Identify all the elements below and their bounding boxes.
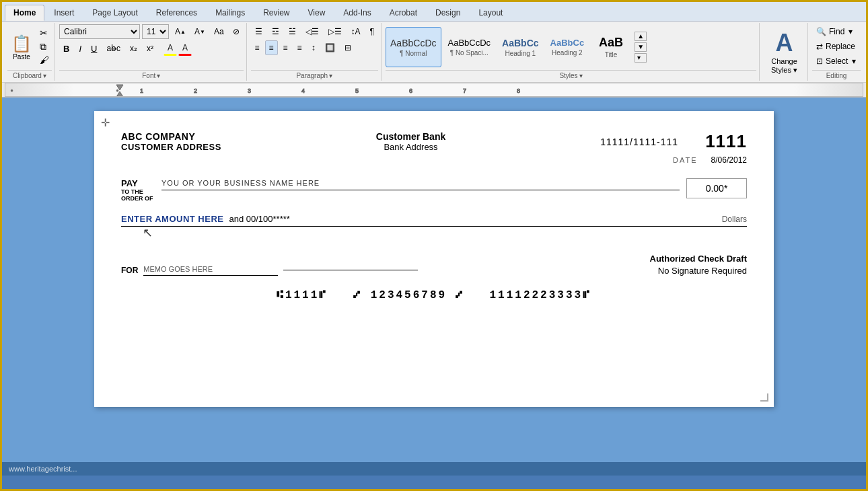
change-case-button[interactable]: Aa	[210, 24, 228, 39]
copy-button[interactable]: ⧉	[37, 40, 52, 52]
sort-button[interactable]: ↕A	[347, 24, 365, 39]
tab-references[interactable]: References	[147, 5, 206, 21]
subscript-button[interactable]: x₂	[126, 41, 141, 56]
font-size-select[interactable]: 11 10 12 14	[142, 24, 169, 39]
tab-layout[interactable]: Layout	[470, 5, 511, 21]
svg-text:5: 5	[355, 87, 359, 94]
align-right-button[interactable]: ≡	[279, 40, 292, 55]
amount-box[interactable]: 0.00*	[686, 178, 747, 198]
signature-area: FOR MEMO GOES HERE Authorized Check Draf…	[121, 254, 747, 276]
align-center-button[interactable]: ≡	[265, 40, 278, 55]
strikethrough-button[interactable]: ab̶c	[102, 41, 124, 56]
svg-text:2: 2	[194, 87, 197, 94]
show-marks-button[interactable]: ¶	[366, 24, 378, 39]
move-handle[interactable]: ✛	[101, 116, 110, 129]
paragraph-group: ☰ ☲ ☱ ◁☰ ▷☰ ↕A ¶ ≡ ≡ ≡ ≡ ↕ 🔲 ⊟ Paragraph…	[248, 23, 382, 81]
tab-review[interactable]: Review	[254, 5, 298, 21]
bullets-button[interactable]: ☰	[251, 24, 266, 39]
ruler-inner: • • 1 2 3 4 5 6 7 8	[5, 83, 863, 97]
align-left-button[interactable]: ≡	[251, 40, 264, 55]
cut-button[interactable]: ✂	[37, 27, 52, 39]
date-value: 8/06/2012	[711, 155, 747, 165]
tab-mailings[interactable]: Mailings	[207, 5, 254, 21]
multilevel-button[interactable]: ☱	[285, 24, 300, 39]
website-text: www.heritagechrist...	[9, 465, 77, 473]
font-shrink-button[interactable]: A▼	[190, 24, 209, 39]
line-spacing-button[interactable]: ↕	[308, 40, 320, 55]
sig-line-extra	[283, 270, 418, 270]
amount-words[interactable]: ENTER AMOUNT HERE	[121, 214, 223, 224]
memo-label: FOR	[121, 266, 138, 275]
paste-label: Paste	[13, 53, 30, 61]
paste-icon: 📋	[11, 34, 32, 53]
clear-format-button[interactable]: ⊘	[229, 24, 244, 39]
svg-text:8: 8	[517, 87, 520, 94]
svg-text:3: 3	[248, 87, 251, 94]
pay-section: PAY TO THE ORDER OF YOU OR YOUR BUSINESS…	[121, 178, 747, 202]
resize-handle[interactable]	[760, 393, 768, 402]
check-header: ABC COMPANY CUSTOMER ADDRESS Customer Ba…	[121, 131, 747, 165]
company-block: ABC COMPANY CUSTOMER ADDRESS	[121, 131, 221, 165]
style-heading2-button[interactable]: AaBbCc Heading 2	[546, 27, 589, 67]
styles-group: AaBbCcDc ¶ Normal AaBbCcDc ¶ No Spaci...…	[383, 23, 760, 81]
svg-text:7: 7	[463, 87, 466, 94]
find-icon: 🔍	[816, 27, 826, 36]
paste-button[interactable]: 📋 Paste	[7, 24, 36, 70]
styles-group-label: Styles ▾	[386, 70, 756, 79]
bold-button[interactable]: B	[59, 41, 73, 56]
underline-button[interactable]: U	[87, 41, 101, 56]
tab-page-layout[interactable]: Page Layout	[83, 5, 146, 21]
check-number-section: 11111/1111-111 1111 DATE 8/06/2012	[600, 131, 747, 165]
amount-value: 0.00*	[706, 183, 728, 194]
clipboard-group: 📋 Paste ✂ ⧉ 🖌 Clipboard ▾	[5, 23, 55, 81]
format-painter-button[interactable]: 🖌	[37, 54, 52, 66]
styles-scroll[interactable]: ▲ ▼ ▾	[633, 30, 648, 64]
font-color-button[interactable]: A	[178, 41, 192, 56]
main-area: ✛ ABC COMPANY CUSTOMER ADDRESS Customer …	[2, 98, 866, 462]
style-heading1-button[interactable]: AaBbCc Heading 1	[497, 27, 543, 67]
order-of-text: ORDER OF	[121, 195, 155, 202]
memo-row: FOR MEMO GOES HERE	[121, 264, 418, 276]
tab-acrobat[interactable]: Acrobat	[381, 5, 426, 21]
ribbon-content: 📋 Paste ✂ ⧉ 🖌 Clipboard ▾ Calibri Arial	[2, 22, 866, 82]
find-button[interactable]: 🔍 Find ▾	[812, 24, 861, 39]
styles-scroll-down[interactable]: ▼	[635, 42, 647, 52]
font-grow-button[interactable]: A▲	[171, 24, 190, 39]
payee-line[interactable]: YOU OR YOUR BUSINESS NAME HERE	[161, 178, 680, 190]
shading-button[interactable]: 🔲	[321, 40, 339, 55]
payee-name: YOU OR YOUR BUSINESS NAME HERE	[161, 179, 320, 187]
tab-view[interactable]: View	[299, 5, 334, 21]
tab-addins[interactable]: Add-Ins	[334, 5, 379, 21]
numbering-button[interactable]: ☲	[268, 24, 283, 39]
svg-text:6: 6	[409, 87, 412, 94]
text-highlight-button[interactable]: A	[164, 41, 177, 56]
tab-home[interactable]: Home	[5, 5, 44, 21]
svg-text:•: •	[116, 87, 118, 94]
style-no-spacing-button[interactable]: AaBbCcDc ¶ No Spaci...	[443, 27, 496, 67]
amount-fraction: and 00/100*****	[229, 214, 289, 224]
memo-field[interactable]: MEMO GOES HERE	[143, 264, 278, 276]
font-family-select[interactable]: Calibri Arial Times New Roman	[59, 24, 140, 39]
tab-design[interactable]: Design	[427, 5, 469, 21]
font-group-label: Font ▾	[59, 70, 244, 79]
styles-more[interactable]: ▾	[635, 53, 647, 63]
check-document[interactable]: ✛ ABC COMPANY CUSTOMER ADDRESS Customer …	[94, 111, 774, 407]
amount-words-row: ENTER AMOUNT HERE and 00/100***** Dollar…	[121, 214, 747, 227]
ruler: • • 1 2 3 4 5 6 7 8	[2, 83, 866, 98]
select-button[interactable]: ⊡ Select ▾	[812, 54, 861, 69]
authorized-text: Authorized Check Draft	[650, 254, 747, 264]
italic-button[interactable]: I	[75, 41, 85, 56]
styles-scroll-up[interactable]: ▲	[635, 32, 647, 41]
svg-text:4: 4	[301, 87, 305, 94]
tab-insert[interactable]: Insert	[45, 5, 83, 21]
decrease-indent-button[interactable]: ◁☰	[301, 24, 323, 39]
replace-button[interactable]: ⇄ Replace	[812, 39, 861, 54]
justify-button[interactable]: ≡	[293, 40, 306, 55]
style-title-button[interactable]: AaB Title	[591, 27, 631, 67]
borders-button[interactable]: ⊟	[340, 40, 355, 55]
style-normal-button[interactable]: AaBbCcDc ¶ Normal	[386, 27, 441, 67]
superscript-button[interactable]: x²	[143, 41, 157, 56]
increase-indent-button[interactable]: ▷☰	[324, 24, 346, 39]
date-label: DATE	[673, 156, 698, 164]
change-styles-button[interactable]: A ChangeStyles ▾	[761, 23, 808, 81]
